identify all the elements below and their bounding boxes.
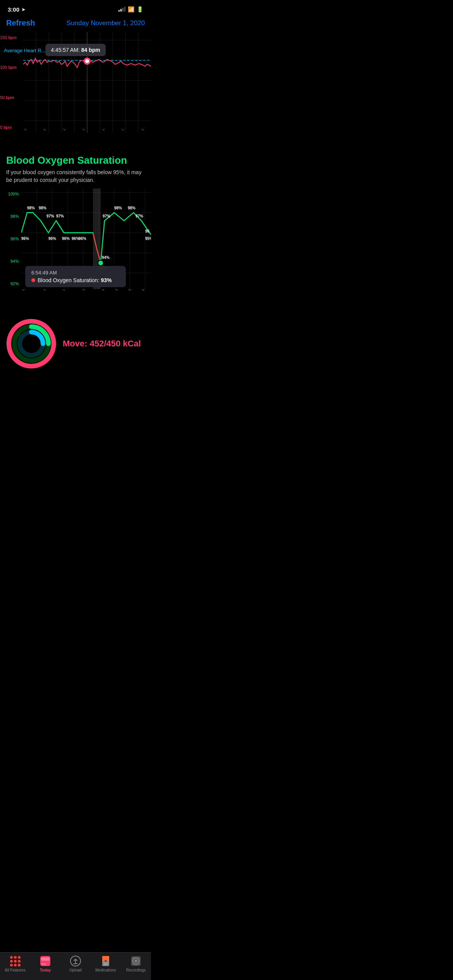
svg-text:98%: 98% [39,206,46,210]
bo-tooltip-time: 6:54:49 AM [31,270,120,276]
svg-text:96%: 96% [79,236,86,241]
rings-svg [6,319,57,369]
activity-section: Move: 452/450 kCal [0,312,151,377]
header: Refresh Sunday November 1, 2020 [0,17,151,32]
hr-tooltip: 4:45:57 AM: 84 bpm [45,44,106,56]
blood-oxygen-title: Blood Oxygen Saturation [0,148,151,169]
svg-text:96%: 96% [62,236,70,241]
status-icons: 📶 🔋 [118,6,143,12]
bo-x-labels: 12:31:04 AM 1:33:25 AM 2:13:02 AM 3:52:3… [21,289,151,312]
svg-text:95%: 95% [145,236,151,241]
svg-text:98%: 98% [128,206,136,210]
activity-rings [6,319,57,369]
svg-text:96%: 96% [72,236,79,241]
bo-y-labels: 100% 98% 96% 94% 92% [0,188,21,289]
blood-oxygen-chart: 100% 98% 96% 94% 92% [0,188,151,312]
svg-text:97%: 97% [56,214,64,218]
svg-text:96: 96 [145,229,149,233]
hr-x-labels: 1:03:24 AM 1:33:25 AM 1:10:04 AM 1:43:41… [23,129,151,148]
svg-text:98%: 98% [27,206,35,210]
bo-tooltip-value: Blood Oxygen Saturation: 93% [31,277,120,283]
svg-text:98%: 98% [114,206,122,210]
svg-point-32 [98,260,103,266]
bo-dot-icon [31,278,35,282]
location-icon: ➤ [21,7,26,12]
bo-tooltip: 6:54:49 AM Blood Oxygen Saturation: 93% [25,266,126,287]
blood-oxygen-desc: If your blood oxygen consistently falls … [0,169,151,188]
svg-text:97%: 97% [136,214,143,218]
svg-text:96%: 96% [48,236,56,241]
heart-rate-chart: 150 bpm 100 bpm 50 bpm 0 bpm Average Hea… [0,32,151,148]
signal-bars [118,7,125,12]
refresh-button[interactable]: Refresh [6,19,35,27]
svg-text:94%: 94% [102,255,110,260]
status-time: 3:00 [8,6,19,13]
header-date: Sunday November 1, 2020 [67,19,145,27]
svg-text:97%: 97% [103,214,110,218]
wifi-icon: 📶 [128,6,134,12]
blood-oxygen-section: Blood Oxygen Saturation If your blood ox… [0,148,151,312]
svg-text:97%: 97% [46,214,54,218]
status-bar: 3:00 ➤ 📶 🔋 [0,0,151,17]
svg-text:96%: 96% [21,236,29,241]
move-label: Move: 452/450 kCal [63,339,141,349]
battery-icon: 🔋 [137,6,143,12]
